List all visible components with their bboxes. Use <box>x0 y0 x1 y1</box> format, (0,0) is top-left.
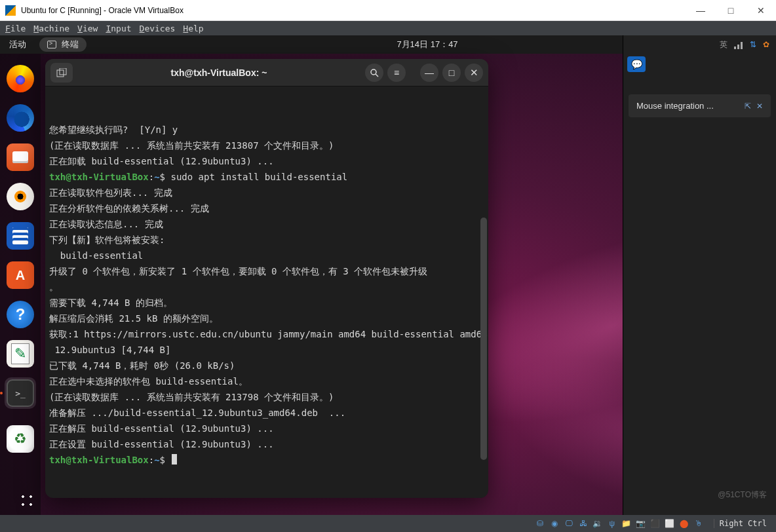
terminal-prompt-line: txh@txh-VirtualBox:~$ <box>49 452 484 468</box>
vb-menu-input[interactable]: Input <box>106 24 131 33</box>
top-app-label: 终端 <box>62 39 79 50</box>
vb-guest-additions-icon[interactable]: ⬤ <box>678 518 690 529</box>
host-maximize-button[interactable]: □ <box>716 0 746 21</box>
dock: ? >_ <box>0 54 41 515</box>
virtualbox-menu-bar: File Machine View Input Devices Help <box>0 21 776 35</box>
vb-camera-icon[interactable]: 📷 <box>635 518 647 529</box>
vb-usb-icon[interactable]: ψ <box>606 518 618 529</box>
dock-help[interactable]: ? <box>5 299 36 330</box>
vb-menu-help[interactable]: Help <box>183 24 203 33</box>
terminal-output-line: 正在读取软件包列表... 完成 <box>49 185 484 200</box>
new-tab-icon <box>56 68 67 77</box>
top-app-menu[interactable]: 终端 <box>39 37 87 52</box>
terminal-output-line: 。 <box>49 279 484 295</box>
notification-text: Mouse integration ... <box>636 101 739 111</box>
dock-files[interactable] <box>5 142 36 173</box>
terminal-output-line: 获取:1 https://mirrors.ustc.edu.cn/ubuntu … <box>49 326 484 342</box>
dock-thunderbird[interactable] <box>5 102 36 134</box>
thunderbird-icon <box>7 104 34 132</box>
terminal-prompt-line: txh@txh-VirtualBox:~$ sudo apt install b… <box>49 169 484 185</box>
terminal-output-line: (正在读取数据库 ... 系统当前共安装有 213798 个文件和目录。) <box>49 389 484 405</box>
svg-rect-1 <box>60 68 66 75</box>
input-method-indicator[interactable]: 英 <box>720 39 728 50</box>
dock-terminal[interactable]: >_ <box>5 377 36 409</box>
virtualbox-status-bar: ⛁ ◉ 🖵 🖧 🔉 ψ 📁 📷 ⬛ ⬜ ⬤ 🖰 Right Ctrl <box>0 515 776 532</box>
terminal-output-line: 升级了 0 个软件包，新安装了 1 个软件包，要卸载 0 个软件包，有 3 个软… <box>49 263 484 279</box>
dock-text-editor[interactable] <box>5 338 36 370</box>
vm-guest-display: 活动 终端 7月14日 17：47 ? >_ txh@txh-VirtualBo… <box>0 35 776 515</box>
terminal-output-line: 12.9ubuntu3 [4,744 B] <box>49 342 484 358</box>
vb-hdd-icon[interactable]: ⛁ <box>534 518 546 529</box>
notification-pin-button[interactable]: ⇱ <box>745 102 751 111</box>
dock-writer[interactable] <box>5 220 36 252</box>
vb-audio-icon[interactable]: 🔉 <box>592 518 604 529</box>
notification-panel: 英 ⇅ ✿ 💬 Mouse integration ... ⇱ ✕ <box>623 35 776 515</box>
vb-menu-machine[interactable]: Machine <box>33 24 69 33</box>
host-window-title: Ubuntu for C [Running] - Oracle VM Virtu… <box>21 6 686 15</box>
terminal-output-line: 解压缩后会消耗 21.5 kB 的额外空间。 <box>49 311 484 326</box>
terminal-header: txh@txh-VirtualBox: ~ ≡ — □ ✕ <box>45 59 488 86</box>
trash-icon <box>7 425 34 453</box>
terminal-title: txh@txh-VirtualBox: ~ <box>77 67 361 78</box>
vb-vrde-icon[interactable]: ⬜ <box>664 518 676 529</box>
dock-firefox[interactable] <box>5 63 36 94</box>
terminal-output-line: 正在卸载 build-essential (12.9ubuntu3) ... <box>49 153 484 169</box>
vb-menu-devices[interactable]: Devices <box>140 24 176 33</box>
notification-bubble-icon[interactable]: 💬 <box>627 56 646 72</box>
host-key-indicator[interactable]: Right Ctrl <box>714 519 772 528</box>
terminal-output-line: 正在设置 build-essential (12.9ubuntu3) ... <box>49 436 484 452</box>
virtualbox-icon <box>5 5 16 16</box>
terminal-scrollbar[interactable] <box>480 218 487 460</box>
show-applications-button[interactable] <box>9 482 32 506</box>
window-maximize-button[interactable]: □ <box>442 64 461 82</box>
terminal-app-icon: >_ <box>7 379 34 407</box>
rhythmbox-icon <box>7 183 34 210</box>
vb-shared-folder-icon[interactable]: 📁 <box>621 518 632 529</box>
search-icon <box>370 68 379 77</box>
window-close-button[interactable]: ✕ <box>465 64 483 82</box>
hamburger-menu-button[interactable]: ≡ <box>387 64 406 82</box>
terminal-output-line: 正在选中未选择的软件包 build-essential。 <box>49 373 484 389</box>
terminal-output-line: 准备解压 .../build-essential_12.9ubuntu3_amd… <box>49 405 484 421</box>
terminal-output-line: 已下载 4,744 B，耗时 0秒 (26.0 kB/s) <box>49 358 484 373</box>
vb-recording-icon[interactable]: ⬛ <box>650 518 661 529</box>
firefox-icon <box>7 65 34 92</box>
vb-network-icon[interactable]: 🖧 <box>577 518 589 529</box>
dock-software[interactable] <box>5 259 36 291</box>
host-minimize-button[interactable]: — <box>686 0 716 21</box>
host-close-button[interactable]: ✕ <box>746 0 776 21</box>
svg-point-2 <box>371 69 376 75</box>
terminal-output-line: 需要下载 4,744 B 的归档。 <box>49 295 484 311</box>
vb-display-icon[interactable]: 🖵 <box>563 518 575 529</box>
vb-menu-file[interactable]: File <box>5 24 26 33</box>
notification-close-button[interactable]: ✕ <box>756 102 763 111</box>
status-tray: 英 ⇅ ✿ <box>623 35 776 54</box>
terminal-output-line: 下列【新】软件包将被安装: <box>49 232 484 248</box>
vb-menu-view[interactable]: View <box>77 24 98 33</box>
network-icon[interactable] <box>734 40 743 49</box>
ubuntu-software-icon <box>7 261 34 289</box>
dock-trash[interactable] <box>5 417 36 448</box>
new-tab-button[interactable] <box>50 63 73 83</box>
libreoffice-writer-icon <box>7 222 34 250</box>
svg-rect-0 <box>57 70 64 77</box>
host-titlebar: Ubuntu for C [Running] - Oracle VM Virtu… <box>0 0 776 21</box>
vb-mouse-icon[interactable]: 🖰 <box>693 518 705 529</box>
terminal-output-line: (正在读取数据库 ... 系统当前共安装有 213807 个文件和目录。) <box>49 138 484 153</box>
dock-rhythmbox[interactable] <box>5 181 36 212</box>
watermark: @51CTO博客 <box>718 489 767 501</box>
terminal-icon <box>47 41 56 48</box>
svg-line-3 <box>376 74 378 77</box>
activities-button[interactable]: 活动 <box>0 39 35 50</box>
search-button[interactable] <box>365 64 383 82</box>
sort-down-icon[interactable]: ⇅ <box>750 40 756 49</box>
terminal-output-line: build-essential <box>49 248 484 263</box>
terminal-cursor <box>172 454 177 465</box>
window-minimize-button[interactable]: — <box>420 64 438 82</box>
terminal-body[interactable]: 您希望继续执行吗? [Y/n] y(正在读取数据库 ... 系统当前共安装有 2… <box>45 86 488 498</box>
notification-card[interactable]: Mouse integration ... ⇱ ✕ <box>629 94 771 117</box>
terminal-output-line: 您希望继续执行吗? [Y/n] y <box>49 122 484 138</box>
vb-cd-icon[interactable]: ◉ <box>549 518 560 529</box>
terminal-output-line: 正在读取状态信息... 完成 <box>49 216 484 232</box>
brush-icon[interactable]: ✿ <box>763 40 769 49</box>
